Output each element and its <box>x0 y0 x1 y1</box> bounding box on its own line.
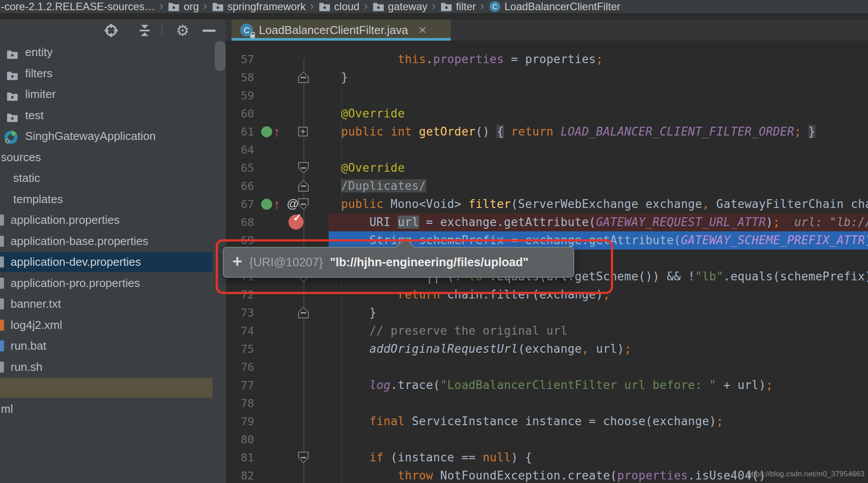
fold-marker-down-icon[interactable] <box>298 452 309 463</box>
tab-loadbalancerclientfilter[interactable]: C LoadBalancerClientFilter.java × <box>232 19 451 41</box>
locate-icon[interactable] <box>103 23 119 38</box>
line-number[interactable]: 65 <box>226 159 254 177</box>
folder-icon <box>440 1 453 12</box>
breadcrumb-item[interactable]: org <box>168 0 199 13</box>
tree-item-application.properties[interactable]: application.properties <box>0 210 213 230</box>
code-text: } <box>313 68 348 87</box>
tree-item-filters[interactable]: filters <box>0 64 213 83</box>
code-line[interactable]: 76 <box>226 358 868 376</box>
class-icon: C <box>489 0 501 13</box>
code-line[interactable]: 75 addOriginalRequestUrl(exchange, url); <box>226 340 868 358</box>
code-line[interactable]: 80 <box>226 430 868 449</box>
sliver-gray-file-icon <box>0 236 4 247</box>
line-number[interactable]: 57 <box>226 50 254 68</box>
line-number[interactable]: 67 <box>226 195 254 213</box>
line-number[interactable]: 58 <box>226 68 254 87</box>
tree-item-ml[interactable]: ml <box>0 399 213 419</box>
breadcrumb-item[interactable]: gateway <box>372 0 427 13</box>
tree-item-label: test <box>25 106 44 125</box>
override-method-icon[interactable] <box>261 199 272 210</box>
code-line[interactable]: 60 @Override <box>226 105 868 123</box>
line-number[interactable]: 66 <box>226 177 254 195</box>
line-number[interactable]: 82 <box>226 467 254 483</box>
line-number[interactable]: 79 <box>226 412 254 430</box>
tree-item-application-base.properties[interactable]: application-base.properties <box>0 231 213 251</box>
fold-marker-plus-icon[interactable] <box>298 127 308 136</box>
line-number[interactable]: 61 <box>226 123 254 141</box>
line-number[interactable]: 73 <box>226 304 254 322</box>
tree-item-log4j2.xml[interactable]: log4j2.xml <box>0 315 213 335</box>
code-text: this.properties = properties; <box>313 50 603 68</box>
tree-row-highlighted[interactable] <box>0 378 213 398</box>
tree-item-run.sh[interactable]: run.sh <box>0 357 213 377</box>
breadcrumb-item[interactable]: cloud <box>318 0 359 13</box>
tree-item-application-dev.properties[interactable]: application-dev.properties <box>0 252 213 272</box>
breadcrumb-item[interactable]: filter <box>440 0 476 13</box>
fold-marker-down-icon[interactable] <box>298 198 309 210</box>
line-number[interactable]: 77 <box>226 376 254 394</box>
code-line[interactable]: 77 log.trace("LoadBalancerClientFilter u… <box>226 376 868 394</box>
code-text: return chain.filter(exchange); <box>313 286 610 304</box>
fold-marker-up-icon[interactable] <box>298 72 309 83</box>
breadcrumb-item[interactable]: springframework <box>212 0 306 13</box>
override-method-icon[interactable] <box>261 126 272 137</box>
line-number[interactable]: 76 <box>226 358 254 376</box>
tooltip-pointer-fill <box>397 238 414 248</box>
line-number[interactable]: 68 <box>226 213 254 231</box>
tree-item-test[interactable]: test <box>0 106 213 125</box>
sliver-blue-file-icon <box>0 340 4 351</box>
code-line[interactable]: 78 <box>226 394 868 412</box>
tree-item-entity[interactable]: entity <box>0 42 213 62</box>
tree-item-run.bat[interactable]: run.bat <box>0 336 213 356</box>
tree-item-application-pro.properties[interactable]: application-pro.properties <box>0 273 213 293</box>
fold-marker-up-icon[interactable] <box>298 307 309 318</box>
tree-item-banner.txt[interactable]: banner.txt <box>0 294 213 314</box>
code-line[interactable]: 79 final ServiceInstance instance = choo… <box>226 412 868 430</box>
tree-item-SinghGatewayApplication[interactable]: SinghGatewayApplication <box>0 126 213 146</box>
fold-marker-down-icon[interactable] <box>298 162 309 174</box>
line-number[interactable]: 64 <box>226 141 254 159</box>
line-number[interactable]: 72 <box>226 286 254 304</box>
expand-plus-icon[interactable]: + <box>232 253 242 270</box>
line-number[interactable]: 74 <box>226 322 254 340</box>
tree-item-sources[interactable]: sources <box>0 147 213 167</box>
tree-item-limiter[interactable]: limiter <box>0 84 213 104</box>
tree-scrollbar[interactable] <box>215 41 225 71</box>
folder-icon <box>6 109 19 129</box>
line-number[interactable]: 81 <box>226 449 254 467</box>
collapse-all-icon[interactable] <box>137 23 153 38</box>
line-number[interactable]: 78 <box>226 394 254 412</box>
sliver-orange-file-icon <box>0 320 4 331</box>
overrides-arrow-icon[interactable]: ↑ <box>273 123 280 141</box>
code-line[interactable]: 68✓ URI url = exchange.getAttribute(GATE… <box>226 213 868 231</box>
code-line[interactable]: 57 this.properties = properties; <box>226 50 868 68</box>
code-line[interactable]: 65 @Override <box>226 159 868 177</box>
debugger-value-tooltip[interactable]: + {URI@10207} "lb://hjhn-engineering/fil… <box>223 247 574 278</box>
code-line[interactable]: 59 <box>226 87 868 105</box>
close-icon[interactable]: × <box>419 23 427 37</box>
code-line[interactable]: 66 /Duplicates/ <box>226 177 868 195</box>
fold-marker-up-icon[interactable] <box>298 180 309 192</box>
code-line[interactable]: 67↑@ public Mono<Void> filter(ServerWebE… <box>226 195 868 213</box>
tree-item-label: ml <box>1 399 13 419</box>
tree-item-templates[interactable]: templates <box>0 189 213 209</box>
line-number[interactable]: 59 <box>226 87 254 105</box>
code-line[interactable]: 61↑ public int getOrder() { return LOAD_… <box>226 123 868 141</box>
hide-panel-icon[interactable] <box>201 23 217 38</box>
code-line[interactable]: 74 // preserve the original url <box>226 322 868 340</box>
code-text: @Override <box>313 159 405 177</box>
line-number[interactable]: 80 <box>226 430 254 449</box>
code-line[interactable]: 72 return chain.filter(exchange); <box>226 286 868 304</box>
code-line[interactable]: 73 } <box>226 304 868 322</box>
breadcrumb-item[interactable]: -core-2.1.2.RELEASE-sources… <box>1 0 155 13</box>
overrides-arrow-icon[interactable]: ↑ <box>273 195 280 213</box>
line-number[interactable]: 60 <box>226 105 254 123</box>
code-line[interactable]: 64 <box>226 141 868 159</box>
code-line[interactable]: 81 if (instance == null) { <box>226 449 868 467</box>
code-line[interactable]: 58 } <box>226 68 868 87</box>
code-text: } <box>313 304 376 322</box>
breadcrumb-item[interactable]: CLoadBalancerClientFilter <box>489 0 621 13</box>
line-number[interactable]: 75 <box>226 340 254 358</box>
tree-item-static[interactable]: static <box>0 168 213 188</box>
settings-gear-icon[interactable]: ⚙ <box>175 23 191 38</box>
